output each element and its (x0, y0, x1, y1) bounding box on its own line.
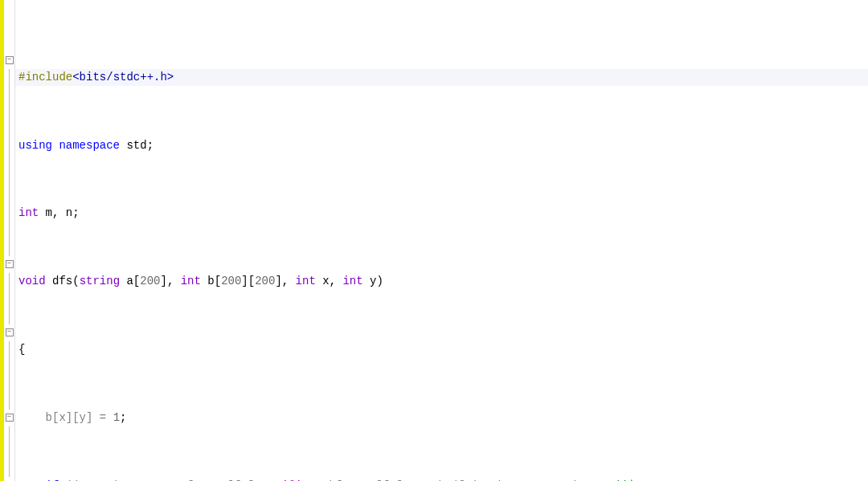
code-line: using namespace std; (18, 137, 865, 154)
code-editor[interactable]: #include<bits/stdc++.h> using namespace … (15, 0, 868, 481)
fold-guide-line (9, 171, 10, 188)
fold-guide-line (9, 137, 10, 154)
fold-guide-line (9, 154, 10, 171)
fold-guide-line (9, 69, 10, 86)
fold-guide-line (9, 188, 10, 205)
code-line: if ((x - 1) >= 0 && a[x - 1][y] == '@' &… (18, 478, 865, 481)
fold-guide-line (9, 443, 10, 460)
fold-guide-line (9, 392, 10, 409)
include-header: <bits/stdc++.h> (72, 71, 174, 84)
code-line: #include<bits/stdc++.h> (18, 69, 865, 86)
code-line: int m, n; (18, 205, 865, 222)
fold-guide-line (9, 222, 10, 238)
fold-guide-line (9, 460, 10, 477)
code-line: void dfs(string a[200], int b[200][200],… (18, 273, 865, 290)
fold-guide-line (9, 341, 10, 358)
fold-toggle-icon[interactable]: − (6, 328, 14, 336)
fold-guide-line (9, 426, 10, 443)
fold-gutter: −−−− (4, 0, 15, 481)
fold-guide-line (9, 375, 10, 392)
fold-toggle-icon[interactable]: − (6, 414, 14, 422)
fold-toggle-icon[interactable]: − (6, 56, 14, 64)
fold-guide-line (9, 103, 10, 120)
fold-guide-line (9, 205, 10, 222)
fold-guide-line (9, 358, 10, 375)
fold-guide-line (9, 273, 10, 290)
fold-toggle-icon[interactable]: − (6, 260, 14, 268)
code-line: b[x][y] = 1; (18, 410, 865, 426)
fold-guide-line (9, 239, 10, 256)
fold-guide-line (9, 120, 10, 137)
fold-guide-line (9, 290, 10, 307)
fold-guide-line (9, 307, 10, 324)
preprocessor: #include (18, 71, 72, 84)
fold-guide-line (9, 86, 10, 103)
code-line: { (18, 341, 865, 358)
